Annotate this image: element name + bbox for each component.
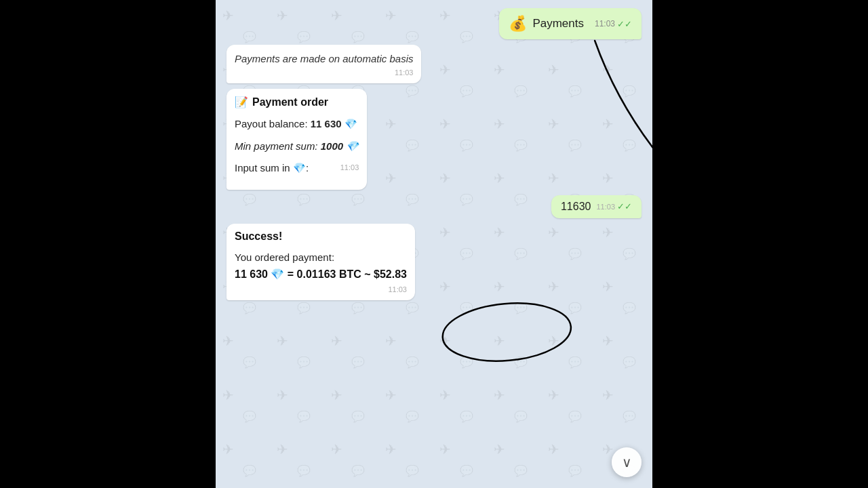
right-black-panel [652, 0, 868, 488]
min-diamond: 💎 [346, 140, 359, 152]
payout-balance-line: Payout balance: 11 630 💎 [235, 117, 359, 132]
notepad-icon: 📝 [235, 96, 248, 108]
input-sum-line: Input sum in 💎: 11:03 [235, 161, 359, 176]
min-label: Min payment sum: [235, 140, 321, 152]
payments-label: Payments [532, 17, 584, 30]
number-double-check: ✓✓ [617, 201, 632, 211]
amount-line: 11 630 💎 = 0.01163 BTC ~ $52.83 [235, 266, 407, 283]
number-time-check: 11:03 ✓✓ [596, 201, 632, 211]
input-colon: : [306, 162, 309, 174]
min-value: 1000 [321, 140, 343, 152]
header-time-check: 11:03 ✓✓ [595, 19, 632, 29]
you-ordered-line: You ordered payment: [235, 249, 407, 266]
payout-diamond: 💎 [344, 118, 357, 129]
success-body: You ordered payment: 11 630 💎 = 0.01163 … [235, 249, 407, 283]
chevron-down-icon: ∨ [622, 455, 632, 469]
payment-order-time: 11:03 [340, 162, 359, 174]
automatic-time: 11:03 [235, 68, 413, 77]
chat-area: 💰 Payments 11:03 ✓✓ Payments are made on… [216, 0, 652, 488]
number-value: 11630 [561, 201, 591, 213]
success-time: 11:03 [235, 285, 407, 293]
automatic-payments-bubble: Payments are made on automatic basis 11:… [226, 45, 421, 83]
double-check-icon: ✓✓ [617, 19, 632, 29]
scroll-down-button[interactable]: ∨ [612, 447, 642, 477]
payout-label: Payout balance: [235, 118, 311, 129]
number-time: 11:03 [596, 203, 615, 211]
left-black-panel [0, 0, 216, 488]
payout-value: 11 630 [311, 118, 342, 129]
success-bubble: Success! You ordered payment: 11 630 💎 =… [226, 224, 415, 301]
success-title: Success! [235, 230, 407, 243]
payment-order-bubble: 📝 Payment order Payout balance: 11 630 💎… [226, 89, 367, 190]
money-bag-icon: 💰 [509, 15, 527, 33]
input-label: Input sum in [235, 162, 293, 174]
payment-order-title: 📝 Payment order [235, 96, 359, 108]
number-bubble: 11630 11:03 ✓✓ [551, 195, 642, 218]
payment-order-label: Payment order [252, 96, 328, 108]
header-time: 11:03 [595, 19, 615, 28]
messages-container[interactable]: 💰 Payments 11:03 ✓✓ Payments are made on… [216, 0, 652, 488]
min-payment-line: Min payment sum: 1000 💎 [235, 139, 359, 155]
payments-header-bubble: 💰 Payments 11:03 ✓✓ [499, 8, 642, 39]
automatic-text: Payments are made on automatic basis [235, 53, 413, 64]
input-diamond: 💎 [293, 162, 306, 174]
